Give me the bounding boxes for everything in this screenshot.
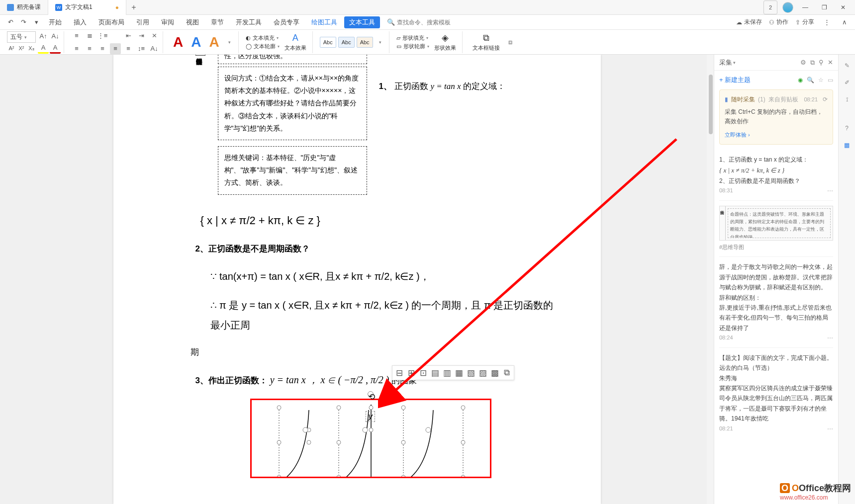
shape-fill-button[interactable]: ▱形状填充▾ [396, 34, 429, 42]
font-size-select[interactable]: 五号▾ [7, 31, 36, 43]
menu-insert[interactable]: 插入 [69, 16, 92, 29]
strip-assistant-icon[interactable]: ✎ [842, 61, 852, 71]
undo-button[interactable]: ↶ [5, 17, 16, 28]
align-right[interactable]: ≡ [97, 43, 108, 54]
align-center[interactable]: ≡ [84, 43, 95, 54]
menu-start[interactable]: 开始 [44, 16, 67, 29]
menu-chapter[interactable]: 章节 [206, 16, 229, 29]
ft-align-3[interactable]: ⊡ [418, 368, 428, 378]
star-icon[interactable]: ☆ [818, 77, 824, 84]
textbox-link-button[interactable]: ⧉ 文本框链接 [470, 33, 503, 52]
bookmark-icon[interactable]: ▭ [828, 77, 833, 84]
menu-devtools[interactable]: 开发工具 [231, 16, 267, 29]
collaborate-button[interactable]: ⚇协作 [769, 18, 788, 26]
ft-wrap-3[interactable]: ▦ [454, 368, 464, 378]
entry-more-icon[interactable]: ⋯ [827, 186, 833, 196]
pin-icon[interactable]: ⚲ [819, 59, 824, 67]
maximize-button[interactable]: ❐ [817, 0, 831, 14]
more-menu[interactable]: ⋮ [821, 17, 832, 28]
entry-more-icon[interactable]: ⋯ [827, 424, 833, 434]
collect-entry-3[interactable]: 辞，是介于散文与诗歌之间的一种文体，起源于战国时的楚国，故称楚辞。汉代常把辞与赋… [719, 257, 833, 347]
check-icon[interactable]: ◉ [798, 77, 803, 84]
ft-wrap-1[interactable]: ▤ [430, 368, 440, 378]
collect-entry-4[interactable]: 【题文】阅读下面的文字，完成下面小题。 远去的白马（节选） 朱秀海 冀察冀军区四… [719, 348, 833, 438]
gear-icon[interactable]: ⚙ [800, 59, 806, 67]
sub2-button[interactable]: X₂ [27, 44, 36, 53]
badge-notifications[interactable]: 2 [763, 0, 777, 14]
tip-card[interactable]: ▮ 随时采集 (1) 来自剪贴板 08:21 ⟳ 采集 Ctrl+C 复制的内容… [719, 89, 833, 145]
try-now-link[interactable]: 立即体验 › [725, 131, 828, 140]
command-search[interactable]: 🔍 [387, 18, 472, 26]
minimize-button[interactable]: ― [798, 0, 812, 14]
align-justify[interactable]: ≡ [110, 43, 121, 54]
entry-more-icon[interactable]: ⋯ [827, 333, 833, 343]
vertical-scrollbar[interactable] [707, 55, 714, 504]
shrink-font[interactable]: A↓ [50, 31, 61, 42]
qat-dropdown[interactable]: ▾ [31, 17, 42, 28]
sup-button[interactable]: A² [7, 44, 16, 53]
user-avatar[interactable] [782, 2, 793, 13]
ft-wrap-5[interactable]: ▨ [478, 368, 488, 378]
shape-style-2[interactable]: Abc [338, 37, 355, 48]
wordart-style-3[interactable]: A [206, 34, 222, 50]
ft-more[interactable]: ⧉ [502, 368, 512, 378]
new-topic-button[interactable]: + 新建主题 [719, 76, 751, 84]
wordart-style-2[interactable]: A [188, 34, 204, 50]
new-tab-button[interactable]: + [126, 3, 141, 12]
popout-icon[interactable]: ⧉ [810, 59, 815, 67]
ft-wrap-2[interactable]: ▥ [442, 368, 452, 378]
ft-align-2[interactable]: ⊞ [406, 368, 416, 378]
multilevel-button[interactable]: ⋮≡ [97, 30, 108, 41]
wordart-more[interactable]: ▾ [224, 37, 235, 48]
menu-view[interactable]: 视图 [181, 16, 204, 29]
collect-entry-1[interactable]: 1、正切函数 y = tan x 的定义域： { x | x ≠ π/2 + k… [719, 150, 833, 201]
indent-dec[interactable]: ⇤ [123, 30, 134, 41]
selected-graph-object[interactable]: ⟲ y [250, 399, 491, 478]
scroll-thumb[interactable] [709, 75, 713, 134]
share-button[interactable]: ⇪分享 [795, 18, 814, 26]
y-axis-label[interactable]: y [366, 411, 375, 422]
menu-reference[interactable]: 引用 [131, 16, 154, 29]
strip-edit-icon[interactable]: ✐ [842, 78, 852, 87]
context-tab-draw[interactable]: 绘图工具 [306, 16, 342, 29]
sub-button[interactable]: X² [17, 44, 26, 53]
shape-effect-button[interactable]: ◈ 形状效果 [431, 32, 459, 52]
shape-style-1[interactable]: Abc [320, 37, 336, 48]
strip-select-icon[interactable]: ⟟ [842, 94, 852, 104]
strip-collect-icon[interactable]: ▦ [842, 140, 852, 150]
ft-align-1[interactable]: ⊟ [394, 368, 404, 378]
font-color[interactable]: A [50, 43, 61, 54]
close-panel-icon[interactable]: ✕ [828, 59, 833, 67]
bullets-button[interactable]: ≡ [71, 30, 82, 41]
ft-wrap-4[interactable]: ▧ [466, 368, 476, 378]
collapse-ribbon[interactable]: ∧ [839, 17, 850, 28]
numbering-button[interactable]: ≣ [84, 30, 95, 41]
align-left[interactable]: ≡ [71, 43, 82, 54]
search-panel-icon[interactable]: 🔍 [807, 77, 814, 84]
menu-pagelayout[interactable]: 页面布局 [94, 16, 129, 29]
clear-format[interactable]: ⨯ [149, 30, 160, 41]
grow-font[interactable]: A↑ [38, 31, 49, 42]
wordart-style-1[interactable]: A [170, 34, 186, 50]
refresh-icon[interactable]: ⟳ [823, 95, 828, 104]
redo-button[interactable]: ↷ [18, 17, 29, 28]
indent-inc[interactable]: ⇥ [136, 30, 147, 41]
search-input[interactable] [397, 19, 472, 26]
unsaved-indicator[interactable]: ☁未保存 [736, 18, 762, 26]
break-link-button[interactable]: ⧈ [505, 37, 516, 48]
menu-member[interactable]: 会员专享 [269, 16, 304, 29]
tab-docer[interactable]: 稻壳备课 [0, 0, 48, 15]
line-spacing[interactable]: ↕≡ [136, 43, 147, 54]
rotate-handle[interactable]: ⟲ [368, 391, 374, 397]
ft-wrap-6[interactable]: ▩ [490, 368, 500, 378]
text-effect-button[interactable]: A 文本效果 [282, 33, 309, 52]
shape-style-more[interactable]: ▾ [375, 37, 386, 48]
close-button[interactable]: ✕ [836, 0, 850, 14]
text-fill-button[interactable]: ◐文本填充▾ [246, 34, 280, 42]
highlight-color[interactable]: A [38, 43, 49, 54]
text-outline-button[interactable]: ◯文本轮廓▾ [246, 43, 280, 50]
tab-document[interactable]: W 文字文稿1 ● [48, 0, 126, 15]
shape-outline-button[interactable]: ▭形状轮廓▾ [396, 43, 429, 50]
strip-help-icon[interactable]: ? [842, 123, 852, 133]
align-dist[interactable]: ≡ [123, 43, 134, 54]
